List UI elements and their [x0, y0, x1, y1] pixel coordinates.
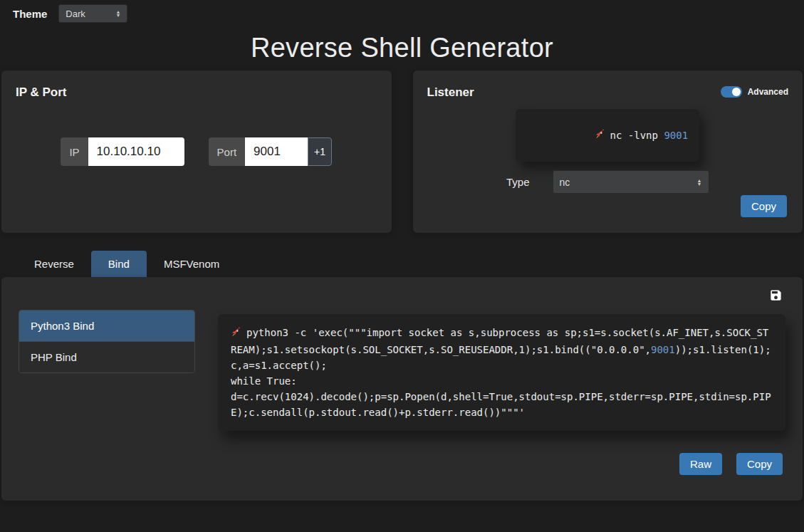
shell-command-code: python3 -c 'exec("""import socket as s,s…	[231, 325, 773, 420]
save-button[interactable]	[769, 288, 783, 302]
save-icon	[769, 288, 783, 302]
theme-bar: Theme Dark ▲▼	[0, 0, 804, 27]
port-input[interactable]	[245, 137, 308, 166]
tab-reverse[interactable]: Reverse	[17, 251, 91, 277]
listener-type-value: nc	[560, 177, 570, 188]
listener-type-row: Type nc ▲▼	[427, 170, 789, 194]
listener-command-text: nc -lvnp	[610, 130, 664, 141]
port-increment-button[interactable]: +1	[308, 137, 332, 166]
cards-row: IP & Port IP Port +1 Listener Advanced	[0, 71, 804, 233]
ip-port-form: IP Port +1	[16, 137, 377, 166]
listener-command-port: 9001	[664, 130, 688, 141]
shell-command-box[interactable]: python3 -c 'exec("""import socket as s,s…	[218, 314, 785, 431]
listener-heading: Listener	[427, 85, 474, 100]
tab-msfvenom[interactable]: MSFVenom	[147, 251, 236, 277]
ip-port-card: IP & Port IP Port +1	[1, 71, 392, 233]
page-title: Reverse Shell Generator	[0, 33, 804, 63]
rocket-icon	[534, 118, 605, 153]
ip-input[interactable]	[88, 137, 184, 166]
type-label: Type	[506, 176, 530, 188]
bind-panel-body: Python3 Bind PHP Bind python3 -c 'exec("…	[19, 310, 785, 431]
shell-command-port: 9001	[651, 344, 675, 355]
theme-select[interactable]: Dark ▲▼	[58, 4, 127, 23]
shell-list-item-php-bind[interactable]: PHP Bind	[19, 342, 194, 372]
reverse-shell-generator-app: Theme Dark ▲▼ Reverse Shell Generator IP…	[0, 0, 804, 532]
advanced-toggle[interactable]	[721, 86, 742, 98]
shell-list-item-python3-bind[interactable]: Python3 Bind	[19, 311, 194, 342]
advanced-label: Advanced	[748, 87, 788, 97]
tab-bind[interactable]: Bind	[91, 251, 147, 277]
bind-panel: Python3 Bind PHP Bind python3 -c 'exec("…	[1, 277, 803, 501]
ip-port-heading: IP & Port	[16, 85, 377, 100]
select-arrows-icon: ▲▼	[697, 179, 702, 186]
listener-copy-button[interactable]: Copy	[741, 195, 787, 217]
shell-list: Python3 Bind PHP Bind	[19, 310, 195, 373]
bind-panel-actions: Raw Copy	[679, 453, 783, 475]
rocket-icon	[231, 326, 241, 342]
select-arrows-icon: ▲▼	[115, 10, 120, 17]
theme-select-value: Dark	[66, 9, 85, 19]
advanced-toggle-group: Advanced	[721, 86, 788, 98]
raw-button[interactable]: Raw	[679, 453, 722, 475]
theme-label: Theme	[13, 8, 47, 20]
ip-prefix-label: IP	[61, 137, 88, 166]
listener-type-select[interactable]: nc ▲▼	[553, 170, 709, 194]
port-prefix-label: Port	[209, 137, 246, 166]
listener-card: Listener Advanced nc -lvnp 9001 Type	[413, 71, 803, 233]
shell-mode-tabs: Reverse Bind MSFVenom	[0, 251, 804, 277]
bind-copy-button[interactable]: Copy	[736, 453, 783, 475]
listener-command-box[interactable]: nc -lvnp 9001	[516, 109, 699, 162]
toggle-knob	[732, 88, 741, 96]
